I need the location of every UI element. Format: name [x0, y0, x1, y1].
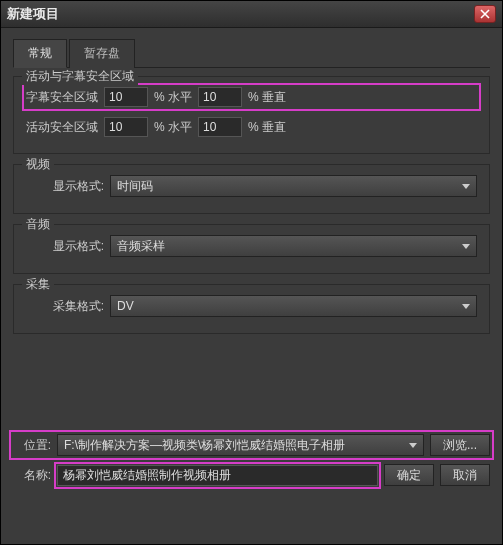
dropdown-video-format[interactable]: 时间码 — [110, 175, 477, 197]
row-capture-format: 采集格式: DV — [26, 295, 477, 317]
window-title: 新建项目 — [7, 5, 474, 23]
input-action-h[interactable] — [104, 117, 148, 137]
label-name: 名称: — [13, 467, 51, 484]
cancel-button[interactable]: 取消 — [440, 464, 490, 486]
tabs: 常规 暂存盘 — [13, 38, 490, 68]
dropdown-audio-format-value: 音频采样 — [117, 238, 165, 255]
label-capture-format: 采集格式: — [26, 298, 104, 315]
row-audio-format: 显示格式: 音频采样 — [26, 235, 477, 257]
label-pct-h: % 水平 — [154, 89, 192, 106]
browse-button[interactable]: 浏览... — [430, 434, 490, 456]
ok-button[interactable]: 确定 — [384, 464, 434, 486]
label-action-safe: 活动安全区域 — [26, 119, 98, 136]
group-title-capture: 采集 — [22, 276, 54, 293]
titlebar: 新建项目 — [1, 1, 502, 28]
row-caption-safe: 字幕安全区域 % 水平 % 垂直 — [26, 87, 477, 107]
input-action-v[interactable] — [198, 117, 242, 137]
group-title-video: 视频 — [22, 156, 54, 173]
group-video: 视频 显示格式: 时间码 — [13, 164, 490, 214]
label-pct-v: % 垂直 — [248, 89, 286, 106]
label-pct-h2: % 水平 — [154, 119, 192, 136]
close-button[interactable] — [474, 5, 496, 23]
tab-general[interactable]: 常规 — [13, 39, 67, 68]
dropdown-audio-format[interactable]: 音频采样 — [110, 235, 477, 257]
input-project-name[interactable] — [57, 465, 378, 486]
tab-scratch-disks[interactable]: 暂存盘 — [69, 39, 135, 68]
row-video-format: 显示格式: 时间码 — [26, 175, 477, 197]
dropdown-location[interactable]: F:\制作解决方案—视频类\杨幂刘恺威结婚照电子相册 — [57, 434, 424, 456]
input-caption-v[interactable] — [198, 87, 242, 107]
row-name: 名称: 确定 取消 — [13, 464, 490, 486]
location-value: F:\制作解决方案—视频类\杨幂刘恺威结婚照电子相册 — [64, 437, 345, 454]
row-action-safe: 活动安全区域 % 水平 % 垂直 — [26, 117, 477, 137]
group-capture: 采集 采集格式: DV — [13, 284, 490, 334]
row-location: 位置: F:\制作解决方案—视频类\杨幂刘恺威结婚照电子相册 浏览... — [13, 434, 490, 456]
label-caption-safe: 字幕安全区域 — [26, 89, 98, 106]
group-safe-zones: 活动与字幕安全区域 字幕安全区域 % 水平 % 垂直 活动安全区域 % 水平 %… — [13, 76, 490, 154]
group-title-safe-zones: 活动与字幕安全区域 — [22, 68, 138, 85]
label-audio-format: 显示格式: — [26, 238, 104, 255]
dropdown-capture-format-value: DV — [117, 299, 134, 313]
dropdown-video-format-value: 时间码 — [117, 178, 153, 195]
label-pct-v2: % 垂直 — [248, 119, 286, 136]
close-icon — [480, 9, 490, 19]
new-project-dialog: 新建项目 常规 暂存盘 活动与字幕安全区域 字幕安全区域 % 水平 % 垂直 活… — [0, 0, 503, 545]
input-caption-h[interactable] — [104, 87, 148, 107]
label-location: 位置: — [13, 437, 51, 454]
group-audio: 音频 显示格式: 音频采样 — [13, 224, 490, 274]
group-title-audio: 音频 — [22, 216, 54, 233]
dropdown-capture-format[interactable]: DV — [110, 295, 477, 317]
label-video-format: 显示格式: — [26, 178, 104, 195]
